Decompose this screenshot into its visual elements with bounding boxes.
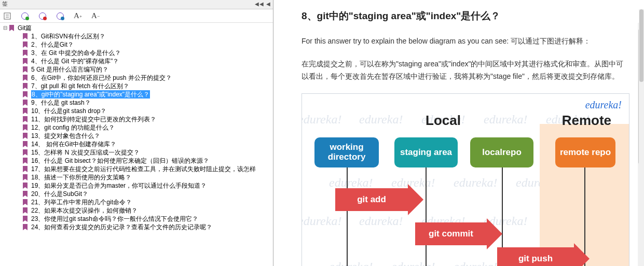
- staging-area-box: staging area: [394, 137, 458, 167]
- tree-item-label: 12、git config 的功能是什么？: [31, 123, 115, 132]
- tree-root-label: Git篇: [18, 24, 32, 32]
- bookmark-icon: [22, 33, 29, 40]
- tree-item[interactable]: ·2、什么是Git？: [15, 40, 273, 49]
- font-minus-label: A: [91, 11, 97, 20]
- tree-item[interactable]: ·18、描述一下你所使用的分支策略？: [15, 173, 273, 181]
- sa-label: staging area: [400, 148, 452, 158]
- tree-item[interactable]: ·16、什么是 Git bisect？如何使用它来确定（回归）错误的来源？: [15, 157, 273, 165]
- tree-item[interactable]: ·7、git pull 和 git fetch 有什么区别？: [15, 82, 273, 90]
- arrow-commit-label: git commit: [429, 229, 473, 239]
- wd-label: working directory: [319, 143, 375, 162]
- tree-item-label: 4、什么是 Git 中的"裸存储库"？: [31, 57, 119, 65]
- tree-item[interactable]: ·14、 如何在Git中创建存储库？: [15, 140, 273, 148]
- tree-item-label: 18、描述一下你所使用的分支策略？: [31, 173, 131, 181]
- content-pane: 8、git中的"staging area"或"index"是什么？ For th…: [273, 0, 644, 266]
- tree-leaf-icon: ·: [15, 181, 22, 190]
- tree-item[interactable]: ·11、如何找到特定提交中已更改的文件列表？: [15, 115, 273, 123]
- bookmark-icon: [22, 157, 29, 164]
- tree-item[interactable]: ·10、什么是git stash drop？: [15, 107, 273, 115]
- tree-item-label: 22、如果本次提交误操作，如何撤销？: [31, 206, 138, 215]
- bookmark-add-icon[interactable]: [19, 10, 31, 22]
- timeline-sa: [426, 167, 427, 266]
- arrow-git-push: git push: [497, 247, 590, 266]
- expand-all-icon[interactable]: [2, 10, 13, 22]
- tree-item-label: 11、如何找到特定提交中已更改的文件列表？: [31, 115, 156, 123]
- bookmark-icon: [22, 74, 29, 81]
- bookmark-icon: [22, 182, 29, 189]
- outline-toolbar: A+ A−: [0, 9, 273, 23]
- tree-item[interactable]: ·21、列举工作中常用的几个git命令？: [15, 198, 273, 206]
- tree-item-label: 13、提交对象包含什么？: [31, 132, 100, 140]
- bookmark-icon: [22, 190, 29, 198]
- brand-logo: edureka!: [585, 99, 622, 111]
- tree-item[interactable]: ·20、什么是SubGit？: [15, 190, 273, 198]
- content-scrollbar[interactable]: [639, 9, 644, 266]
- watermark: edureka!: [302, 214, 341, 228]
- outline-tree[interactable]: ⊟ Git篇 ·1、Git和SVN有什么区别？·2、什么是Git？·3、在 Gi…: [0, 23, 273, 266]
- bookmark-icon: [22, 174, 29, 181]
- tree-leaf-icon: ·: [15, 198, 22, 206]
- tree-item[interactable]: ·15、怎样将 N 次提交压缩成一次提交？: [15, 148, 273, 157]
- tree-item-label: 8、git中的"staging area"或"index"是什么？: [31, 90, 150, 99]
- tree-item-label: 16、什么是 Git bisect？如何使用它来确定（回归）错误的来源？: [31, 157, 209, 165]
- tree-item[interactable]: ·13、提交对象包含什么？: [15, 132, 273, 140]
- tree-item[interactable]: ·6、在Git中，你如何还原已经 push 并公开的提交？: [15, 74, 273, 82]
- git-flow-diagram: edureka! edureka! edureka! edureka! edur…: [302, 93, 629, 266]
- tree-item[interactable]: ·24、如何查看分支提交的历史记录？查看某个文件的历史记录呢？: [15, 223, 273, 231]
- tree-leaf-icon: ·: [15, 148, 22, 157]
- tree-item[interactable]: ·5 Git 是用什么语言编写的？: [15, 65, 273, 74]
- tree-collapse-icon[interactable]: ⊟: [1, 24, 8, 32]
- tree-item[interactable]: ·17、如果想要在提交之前运行代码性检查工具，并在测试失败时阻止提交，该怎样: [15, 165, 273, 173]
- tree-item[interactable]: ·22、如果本次提交误操作，如何撤销？: [15, 206, 273, 215]
- tree-item[interactable]: ·3、在 Git 中提交的命令是什么？: [15, 49, 273, 57]
- tree-leaf-icon: ·: [15, 123, 22, 132]
- bookmark-set-icon[interactable]: [54, 10, 66, 22]
- tree-item[interactable]: ·23、你使用过git stash命令吗？你一般什么情况下会使用它？: [15, 215, 273, 223]
- bookmark-icon: [22, 116, 29, 123]
- font-increase-button[interactable]: A+: [72, 10, 84, 22]
- tree-leaf-icon: ·: [15, 157, 22, 165]
- tree-item[interactable]: ·12、git config 的功能是什么？: [15, 123, 273, 132]
- tree-item[interactable]: ·4、什么是 Git 中的"裸存储库"？: [15, 57, 273, 65]
- tree-leaf-icon: ·: [15, 90, 22, 99]
- bookmark-icon: [8, 24, 16, 32]
- bookmark-icon: [22, 99, 29, 106]
- tree-item-label: 14、 如何在Git中创建存储库？: [31, 140, 116, 148]
- tree-item-label: 21、列举工作中常用的几个git命令？: [31, 198, 132, 206]
- article-paragraph-1: For this answer try to explain the below…: [302, 35, 629, 47]
- tree-item[interactable]: ·8、git中的"staging area"或"index"是什么？: [15, 90, 273, 99]
- bookmark-icon: [22, 165, 29, 173]
- tree-item[interactable]: ·1、Git和SVN有什么区别？: [15, 32, 273, 40]
- outline-panel: 签 ◀◀ ◀ A+ A− ⊟ Git篇 ·1、Git和SVN有什么区别？·2、什…: [0, 0, 273, 266]
- watermark: edureka!: [359, 113, 403, 127]
- lr-label: localrepo: [482, 148, 522, 158]
- watermark: edureka!: [329, 260, 373, 266]
- content-scroll-thumb[interactable]: [639, 9, 643, 82]
- bookmark-icon: [22, 41, 29, 48]
- tree-leaf-icon: ·: [15, 115, 22, 123]
- tree-leaf-icon: ·: [15, 65, 22, 74]
- watermark: edureka!: [329, 176, 373, 190]
- watermark: edureka!: [359, 214, 403, 228]
- bookmark-remove-icon[interactable]: [37, 10, 48, 22]
- tab-collapse-arrows[interactable]: ◀◀ ◀: [255, 1, 271, 7]
- font-decrease-button[interactable]: A−: [90, 10, 101, 22]
- tree-item-label: 23、你使用过git stash命令吗？你一般什么情况下会使用它？: [31, 215, 198, 223]
- tree-leaf-icon: ·: [15, 132, 22, 140]
- tree-item[interactable]: ·19、如果分支是否已合并为master，你可以通过什么手段知道？: [15, 181, 273, 190]
- tree-item-label: 15、怎样将 N 次提交压缩成一次提交？: [31, 148, 140, 157]
- tree-item[interactable]: ·9、什么是 git stash？: [15, 99, 273, 107]
- tree-leaf-icon: ·: [15, 82, 22, 90]
- tree-leaf-icon: ·: [15, 165, 22, 173]
- tree-item-label: 1、Git和SVN有什么区别？: [31, 32, 105, 40]
- bookmark-icon: [22, 91, 29, 98]
- bookmark-icon: [22, 199, 29, 206]
- tab-bookmarks[interactable]: 签: [0, 0, 11, 9]
- tree-root-node[interactable]: ⊟ Git篇: [1, 24, 273, 32]
- tree-leaf-icon: ·: [15, 99, 22, 107]
- svg-rect-0: [4, 13, 10, 19]
- remote-heading: Remote: [562, 113, 611, 129]
- bookmark-icon: [22, 149, 29, 156]
- bookmark-icon: [22, 66, 29, 73]
- bookmark-icon: [22, 49, 29, 57]
